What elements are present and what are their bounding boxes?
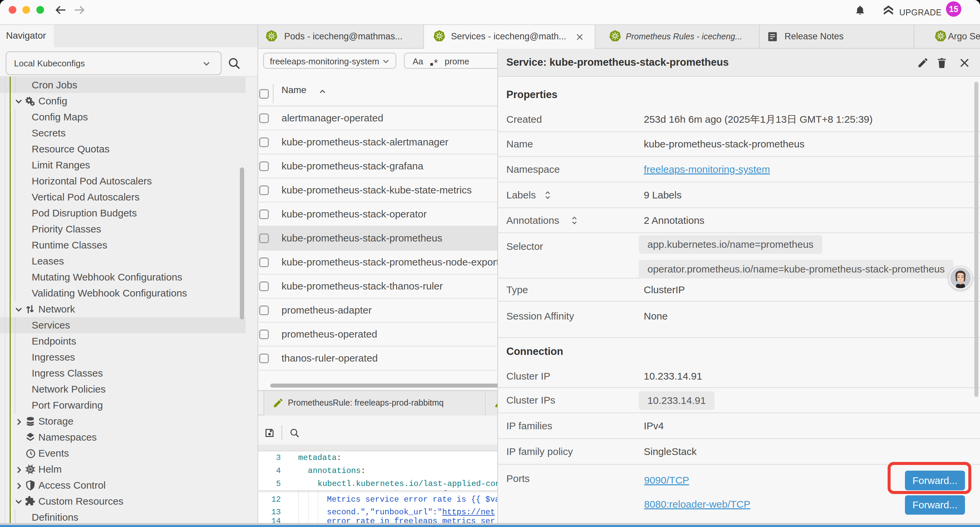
svg-text:*: * bbox=[434, 57, 438, 67]
